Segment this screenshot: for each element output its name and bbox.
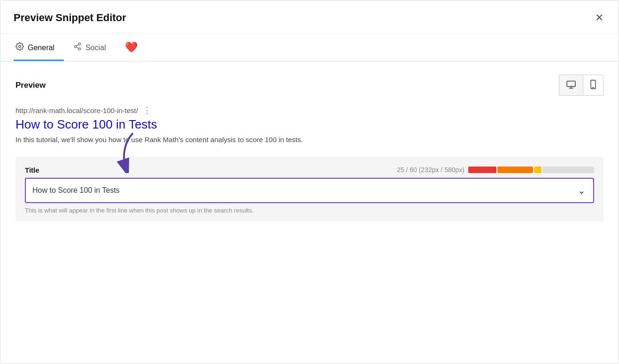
heart-icon: ❤️	[125, 41, 138, 53]
svg-line-5	[76, 45, 78, 46]
snippet-url: http://rank-math.local/score-100-in-test…	[15, 106, 138, 114]
title-field-label: Title	[25, 166, 39, 174]
progress-seg-red	[468, 167, 496, 173]
snippet-url-row: http://rank-math.local/score-100-in-test…	[15, 105, 604, 115]
gear-icon	[15, 42, 24, 53]
svg-point-0	[19, 46, 21, 48]
preview-label: Preview	[15, 81, 46, 90]
close-button[interactable]: ✕	[593, 11, 605, 25]
tab-general-label: General	[28, 44, 54, 52]
dialog-header: Preview Snippet Editor ✕	[0, 0, 619, 34]
desktop-view-button[interactable]	[559, 75, 583, 96]
preview-section-header: Preview	[15, 75, 604, 96]
tab-heart[interactable]: ❤️	[123, 34, 139, 61]
tab-social[interactable]: Social	[71, 34, 116, 61]
title-field-header: Title 25 / 60 (232px / 580px)	[25, 166, 594, 174]
snippet-description: In this tutorial, we'll show you how to …	[15, 135, 604, 145]
content-area: Preview	[0, 61, 619, 235]
svg-line-4	[76, 47, 78, 48]
title-field-counter: 25 / 60 (232px / 580px)	[397, 166, 594, 174]
dialog-title: Preview Snippet Editor	[14, 12, 126, 24]
title-progress-bar	[468, 167, 594, 173]
progress-seg-yellow	[534, 167, 542, 173]
progress-seg-orange	[497, 167, 533, 173]
tab-general[interactable]: General	[14, 34, 64, 61]
editor-section: Title 25 / 60 (232px / 580px) ⌄ This i	[15, 157, 604, 221]
chevron-down-icon[interactable]: ⌄	[570, 185, 593, 196]
title-input-row[interactable]: ⌄	[25, 178, 594, 203]
title-input[interactable]	[26, 179, 570, 202]
title-field-hint: This is what will appear in the first li…	[25, 207, 594, 214]
snippet-title[interactable]: How to Score 100 in Tests	[15, 117, 604, 132]
device-buttons	[559, 75, 604, 96]
social-icon	[73, 42, 82, 53]
counter-text: 25 / 60 (232px / 580px)	[397, 166, 464, 174]
svg-rect-6	[567, 81, 575, 87]
tab-social-label: Social	[85, 44, 106, 52]
kebab-menu-icon[interactable]: ⋮	[143, 105, 152, 115]
snippet-preview: http://rank-math.local/score-100-in-test…	[15, 105, 604, 145]
mobile-view-button[interactable]	[583, 75, 604, 96]
preview-snippet-editor-dialog: Preview Snippet Editor ✕ General	[0, 0, 619, 364]
progress-seg-gray	[542, 167, 594, 173]
tabs-bar: General Social ❤️	[0, 34, 619, 61]
